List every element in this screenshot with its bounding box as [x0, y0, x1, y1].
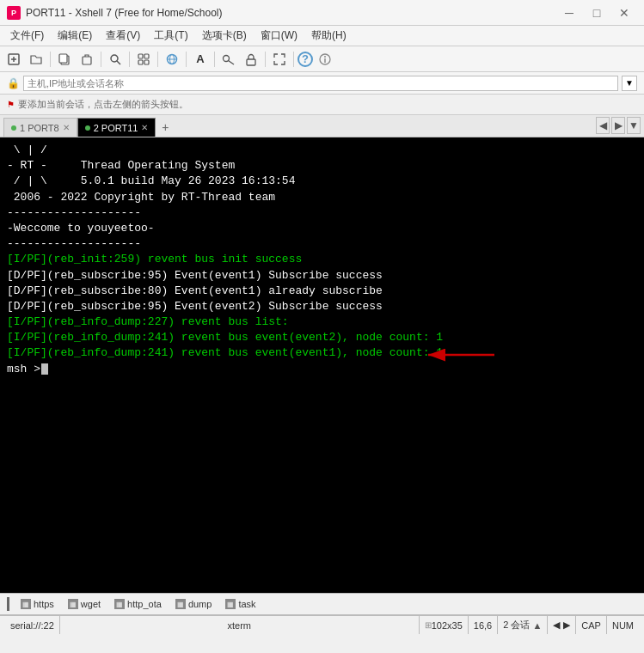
cap-label: CAP — [581, 620, 601, 631]
menu-tabs[interactable]: 选项卡(B) — [195, 26, 254, 46]
fullscreen-button[interactable] — [269, 50, 290, 69]
tab-port11[interactable]: 2 PORT11 ✕ — [77, 118, 156, 137]
terminal-line-8: [D/PF](reb_subscribe:95) Event(event1) S… — [7, 268, 637, 284]
toolbar-separator-5 — [186, 52, 187, 67]
cursor-pos-label: 16,6 — [474, 620, 492, 631]
minimize-button[interactable]: ─ — [556, 3, 582, 23]
tab-nav-left[interactable]: ◀ — [596, 117, 610, 134]
terminal-wrapper: \ | /- RT - Thread Operating System / | … — [0, 137, 644, 593]
svg-rect-5 — [83, 57, 91, 64]
svg-rect-8 — [138, 54, 143, 58]
terminal-line-9: [D/PF](reb_subscribe:80) Event(event1) a… — [7, 284, 637, 299]
tab-port8[interactable]: 1 PORT8 ✕ — [3, 118, 77, 137]
cap-section: CAP — [576, 616, 607, 634]
toolbar-separator-8 — [293, 52, 294, 67]
terminal-line-0: \ | / — [7, 143, 637, 158]
menu-bar: 文件(F) 编辑(E) 查看(V) 工具(T) 选项卡(B) 窗口(W) 帮助(… — [0, 26, 644, 46]
wget-icon: ▦ — [68, 599, 78, 609]
svg-line-16 — [229, 60, 235, 64]
svg-rect-11 — [144, 60, 149, 64]
globe-button[interactable] — [162, 50, 182, 69]
terminal-line-11: [I/PF](reb_info_dump:227) revent bus lis… — [7, 314, 637, 330]
tab-port11-label: 2 PORT11 — [94, 123, 138, 133]
nav-arrows-section: ◀ ▶ — [548, 616, 576, 634]
toolbar-separator-1 — [50, 52, 51, 67]
menu-file[interactable]: 文件(F) — [3, 26, 51, 46]
flag-icon: ⚑ — [7, 100, 15, 109]
terminal-line-10: [D/PF](reb_subscribe:95) Event(event2) S… — [7, 299, 637, 314]
terminal[interactable]: \ | /- RT - Thread Operating System / | … — [0, 137, 644, 593]
new-session-button[interactable] — [3, 50, 24, 69]
quick-btn-dump[interactable]: ▦ dump — [169, 596, 218, 612]
toolbar-separator-7 — [265, 52, 266, 67]
settings-button[interactable] — [133, 50, 154, 69]
terminal-line-1: - RT - Thread Operating System — [7, 158, 637, 174]
terminal-line-3: 2006 - 2022 Copyright by RT-Thread team — [7, 190, 637, 205]
terminal-line-14: msh > — [7, 362, 637, 377]
paste-button[interactable] — [77, 50, 97, 69]
copy-button[interactable] — [54, 50, 75, 69]
tab-nav: ◀ ▶ ▼ — [596, 114, 644, 137]
connection-section: serial://:22 — [5, 616, 60, 634]
terminal-line-2: / | \ 5.0.1 build May 26 2023 16:13:54 — [7, 174, 637, 189]
dump-icon: ▦ — [175, 599, 186, 609]
help-button[interactable]: ? — [297, 52, 313, 67]
svg-rect-9 — [144, 54, 149, 58]
tab-port11-close[interactable]: ✕ — [141, 123, 148, 132]
status-bar: serial://:22 xterm ⊞ 102x35 16,6 2 会话 ▲ … — [0, 615, 644, 634]
menu-window[interactable]: 窗口(W) — [254, 26, 304, 46]
menu-view[interactable]: 查看(V) — [99, 26, 147, 46]
quick-btn-http-ota[interactable]: ▦ http_ota — [108, 596, 168, 612]
cursor-section: 16,6 — [469, 616, 498, 634]
connection-label: serial://:22 — [10, 620, 54, 631]
sessions-arrow-up[interactable]: ▲ — [532, 620, 542, 631]
quick-btn-task[interactable]: ▦ task — [219, 596, 261, 612]
toolbar-separator-6 — [214, 52, 215, 67]
tab-port8-label: 1 PORT8 — [20, 123, 59, 133]
quick-btn-wget[interactable]: ▦ wget — [62, 596, 107, 612]
toolbar-separator-2 — [101, 52, 101, 67]
svg-point-6 — [111, 55, 118, 62]
address-input[interactable] — [23, 76, 618, 91]
menu-help[interactable]: 帮助(H) — [304, 26, 353, 46]
terminal-line-12: [I/PF](reb_info_dump:241) revent bus eve… — [7, 330, 637, 345]
task-icon: ▦ — [225, 599, 236, 609]
tab-nav-right[interactable]: ▶ — [611, 117, 625, 134]
nav-left-icon[interactable]: ◀ — [553, 619, 560, 631]
tab-dot-1 — [11, 125, 16, 131]
toolbar: A ? — [0, 46, 644, 72]
terminal-line-7: [I/PF](reb_init:259) revent bus init suc… — [7, 252, 637, 267]
session-bar-text: 要添加当前会话，点击左侧的箭头按钮。 — [18, 98, 188, 111]
address-dropdown[interactable]: ▼ — [622, 76, 637, 91]
num-label: NUM — [612, 620, 634, 631]
sessions-label: 2 会话 — [503, 619, 530, 632]
window-controls: ─ □ ✕ — [556, 3, 637, 23]
dimensions-section: ⊞ 102x35 — [420, 616, 469, 634]
session-bar: ⚑ 要添加当前会话，点击左侧的箭头按钮。 — [0, 95, 644, 115]
nav-right-icon[interactable]: ▶ — [563, 619, 570, 631]
tab-nav-dropdown[interactable]: ▼ — [627, 117, 641, 134]
open-button[interactable] — [26, 50, 46, 69]
tab-add-button[interactable]: + — [156, 118, 175, 137]
svg-rect-4 — [59, 54, 67, 63]
quick-bar-separator — [7, 597, 9, 611]
menu-edit[interactable]: 编辑(E) — [51, 26, 99, 46]
lock-button[interactable] — [241, 50, 261, 69]
info-button[interactable] — [315, 50, 335, 69]
toolbar-separator-3 — [129, 52, 130, 67]
maximize-button[interactable]: □ — [584, 3, 610, 23]
dimensions-label: 102x35 — [432, 620, 463, 631]
font-button[interactable]: A — [190, 50, 211, 69]
window-title: PORT11 - Xshell 7 (Free for Home/School) — [26, 7, 556, 19]
key-button[interactable] — [218, 50, 239, 69]
tab-port8-close[interactable]: ✕ — [63, 123, 70, 132]
close-button[interactable]: ✕ — [611, 3, 637, 23]
terminal-line-13: [I/PF](reb_info_dump:241) revent bus eve… — [7, 345, 637, 361]
zoom-button[interactable] — [105, 50, 126, 69]
quick-btn-https[interactable]: ▦ https — [15, 596, 60, 612]
lock-icon: 🔒 — [7, 77, 20, 89]
svg-point-15 — [224, 55, 230, 61]
svg-line-7 — [117, 61, 120, 64]
tabs-container: 1 PORT8 ✕ 2 PORT11 ✕ + ◀ ▶ ▼ — [0, 115, 644, 137]
menu-tools[interactable]: 工具(T) — [147, 26, 194, 46]
